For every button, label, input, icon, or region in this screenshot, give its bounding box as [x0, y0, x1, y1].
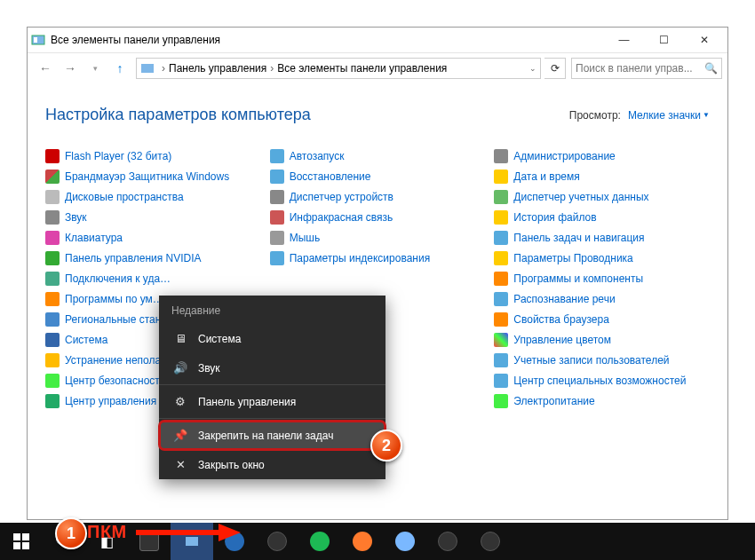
control-panel-item[interactable]: Подключения к уда… — [45, 272, 261, 286]
control-panel-item[interactable]: Диспетчер устройств — [270, 190, 486, 204]
control-panel-item[interactable]: Восстановление — [270, 170, 486, 184]
item-icon — [45, 149, 60, 163]
annotation-arrow — [134, 522, 241, 543]
control-panel-item[interactable]: Параметры индексирования — [270, 251, 486, 265]
recent-item-sound[interactable]: 🔊 Звук — [159, 353, 385, 383]
taskbar-app[interactable] — [384, 523, 426, 560]
maximize-button[interactable]: ☐ — [644, 28, 684, 52]
item-icon — [45, 312, 60, 327]
control-panel-item[interactable]: Распознавание речи — [494, 292, 710, 306]
item-icon — [45, 394, 60, 408]
item-icon — [45, 374, 60, 388]
window-title: Все элементы панели управления — [51, 34, 604, 46]
refresh-button[interactable]: ⟳ — [544, 58, 566, 79]
up-button[interactable]: ↑ — [107, 56, 132, 81]
item-icon — [45, 251, 60, 265]
search-input[interactable]: Поиск в панели управ... 🔍 — [571, 58, 722, 79]
item-icon — [270, 170, 284, 184]
item-icon — [270, 149, 284, 163]
history-dropdown[interactable]: ▾ — [83, 56, 107, 81]
address-dropdown-icon[interactable]: ⌄ — [529, 64, 536, 73]
item-label: Система — [65, 334, 107, 346]
control-panel-item[interactable]: Клавиатура — [45, 231, 261, 245]
item-label: Flash Player (32 бита) — [65, 150, 171, 162]
control-panel-item[interactable]: Автозапуск — [270, 149, 486, 163]
annotation-badge-1: 1 — [55, 517, 87, 549]
control-panel-item[interactable]: Программы и компоненты — [494, 272, 710, 286]
item-label: История файлов — [513, 211, 596, 224]
control-panel-item[interactable]: Параметры Проводника — [494, 251, 710, 265]
item-label: Устранение непола… — [65, 354, 171, 367]
breadcrumb[interactable]: Все элементы панели управления — [277, 62, 447, 75]
separator — [159, 418, 385, 419]
close-button[interactable]: ✕ — [684, 28, 724, 52]
control-panel-item[interactable]: Свойства браузера — [494, 312, 710, 327]
separator — [159, 384, 385, 385]
item-icon — [494, 231, 508, 245]
item-icon — [45, 210, 60, 225]
taskbar-app[interactable] — [256, 523, 298, 560]
item-icon — [45, 333, 60, 347]
control-panel-item[interactable]: Брандмауэр Защитника Windows — [45, 170, 261, 184]
control-panel-item[interactable]: Дисковые пространства — [45, 190, 261, 204]
monitor-icon: 🖥 — [171, 332, 189, 345]
taskbar-context-menu: Недавние 🖥 Система 🔊 Звук ⚙ Панель управ… — [159, 296, 385, 479]
control-panel-item[interactable]: Звук — [45, 210, 261, 225]
control-panel-item[interactable]: Электропитание — [494, 394, 710, 408]
control-panel-item[interactable]: Панель задач и навигация — [494, 231, 710, 245]
item-label: Восстановление — [290, 170, 371, 183]
taskbar-app[interactable] — [426, 523, 469, 560]
item-label: Параметры Проводника — [513, 252, 632, 264]
item-label: Подключения к уда… — [65, 272, 171, 285]
annotation-pkm-label: ПКМ — [87, 522, 127, 542]
item-icon — [45, 292, 60, 306]
control-panel-item[interactable]: Диспетчер учетных данных — [494, 190, 710, 204]
taskbar-app[interactable] — [341, 523, 384, 560]
forward-button[interactable]: → — [58, 56, 83, 81]
close-window[interactable]: ✕ Закрыть окно — [159, 450, 385, 479]
menu-item-label: Панель управления — [198, 396, 296, 408]
item-icon — [494, 210, 508, 225]
control-panel-item[interactable]: Дата и время — [494, 170, 710, 184]
chevron-down-icon[interactable]: ▼ — [703, 111, 710, 119]
item-label: Диспетчер устройств — [290, 191, 393, 203]
item-label: Панель задач и навигация — [513, 232, 644, 244]
control-panel-item[interactable]: Flash Player (32 бита) — [45, 149, 261, 163]
control-panel-item[interactable]: Учетные записи пользователей — [494, 353, 710, 367]
breadcrumb[interactable]: Панель управления — [169, 62, 266, 75]
control-panel-item[interactable]: Центр специальных возможностей — [494, 374, 710, 388]
address-bar[interactable]: › Панель управления › Все элементы панел… — [136, 58, 541, 79]
minimize-button[interactable]: — — [604, 28, 644, 52]
control-panel-item[interactable]: Панель управления NVIDIA — [45, 251, 261, 265]
back-button[interactable]: ← — [33, 56, 58, 81]
item-icon — [45, 190, 60, 204]
menu-item-label: Закрепить на панели задач — [198, 430, 333, 442]
item-icon — [494, 251, 508, 265]
view-selector[interactable]: Мелкие значки — [628, 109, 701, 122]
item-label: Региональные стан… — [65, 313, 171, 326]
item-icon — [270, 251, 284, 265]
recent-item-system[interactable]: 🖥 Система — [159, 324, 385, 353]
app-item-control-panel[interactable]: ⚙ Панель управления — [159, 387, 385, 416]
control-panel-item[interactable]: История файлов — [494, 210, 710, 225]
item-label: Звук — [65, 211, 87, 224]
item-label: Мышь — [290, 232, 321, 244]
search-icon: 🔍 — [704, 62, 718, 75]
item-label: Дата и время — [513, 170, 579, 183]
item-icon — [494, 170, 508, 184]
control-panel-item[interactable]: Инфракрасная связь — [270, 210, 486, 225]
start-button[interactable] — [0, 523, 43, 560]
control-panel-item[interactable]: Мышь — [270, 231, 486, 245]
taskbar-app[interactable] — [298, 523, 341, 560]
item-label: Брандмауэр Защитника Windows — [65, 170, 229, 183]
address-icon — [140, 61, 155, 75]
pin-to-taskbar[interactable]: 📌 Закрепить на панели задач — [159, 421, 385, 450]
control-panel-item — [270, 272, 486, 286]
item-icon — [45, 170, 60, 184]
item-icon — [45, 231, 60, 245]
item-label: Диспетчер учетных данных — [513, 191, 648, 203]
taskbar-app[interactable] — [469, 523, 512, 560]
menu-item-label: Закрыть окно — [198, 459, 265, 471]
control-panel-item[interactable]: Управление цветом — [494, 333, 710, 347]
control-panel-item[interactable]: Администрирование — [494, 149, 710, 163]
